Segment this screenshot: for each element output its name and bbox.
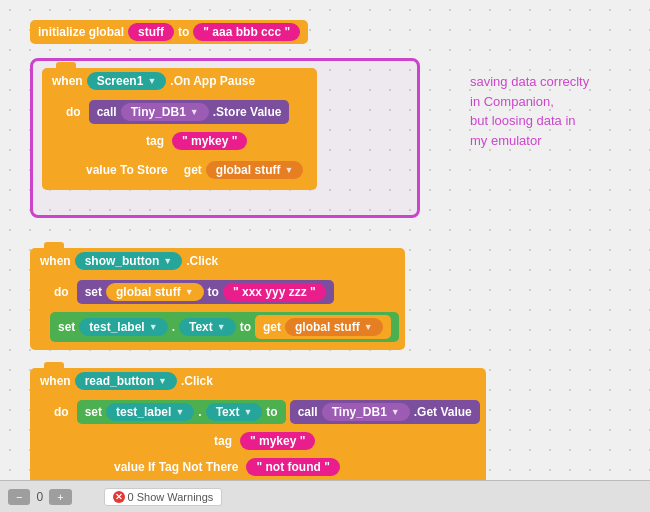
gs-arrow: ▼ xyxy=(284,165,293,175)
global-stuff-get2[interactable]: global stuff ▼ xyxy=(285,318,383,336)
db-name-block[interactable]: Tiny_DB1 ▼ xyxy=(121,103,209,121)
to-label2: to xyxy=(208,285,219,299)
set-label3: set xyxy=(85,405,102,419)
call-get-block[interactable]: call Tiny_DB1 ▼ .Get Value xyxy=(290,400,480,424)
event-label: .On App Pause xyxy=(170,74,255,88)
to-label4: to xyxy=(266,405,277,419)
initialize-label: initialize global xyxy=(38,25,124,39)
tl-arrow: ▼ xyxy=(149,322,158,332)
call-label2: call xyxy=(298,405,318,419)
do-body-read: do set test_label ▼ . Text ▼ to xyxy=(30,394,486,484)
global-stuff-val[interactable]: global stuff ▼ xyxy=(206,161,304,179)
text-val2[interactable]: Text ▼ xyxy=(206,403,263,421)
screen1-val[interactable]: Screen1 ▼ xyxy=(87,72,167,90)
zoom-level: 0 xyxy=(36,490,43,504)
value-if-label: value If Tag Not There xyxy=(110,458,242,476)
tag-label: tag xyxy=(142,132,168,150)
annotation-text: saving data correclty in Companion, but … xyxy=(470,72,630,150)
bottom-controls: − 0 + ✕ 0 Show Warnings xyxy=(0,480,650,512)
set-global-stuff-block[interactable]: set global stuff ▼ to " xxx yyy zzz " xyxy=(77,280,334,304)
tag-label2: tag xyxy=(210,432,236,450)
show-button-block-group: when show_button ▼ .Click do set global … xyxy=(30,248,405,350)
get-gs-inner[interactable]: get global stuff ▼ xyxy=(255,315,391,339)
gss-arrow: ▼ xyxy=(185,287,194,297)
error-icon: ✕ xyxy=(113,491,125,503)
zoom-in-button[interactable]: + xyxy=(49,489,71,505)
text-arrow: ▼ xyxy=(217,322,226,332)
global-stuff-set-val[interactable]: global stuff ▼ xyxy=(106,283,204,301)
show-event-label: .Click xyxy=(186,254,218,268)
when-label: when xyxy=(52,74,83,88)
method-label: .Store Value xyxy=(213,105,282,119)
show-btn-val[interactable]: show_button ▼ xyxy=(75,252,183,270)
initialize-block[interactable]: initialize global stuff to " aaa bbb ccc… xyxy=(30,20,308,44)
xyz-val[interactable]: " xxx yyy zzz " xyxy=(223,283,326,301)
set-label1: set xyxy=(85,285,102,299)
db-arrow: ▼ xyxy=(190,107,199,117)
show-warnings-button[interactable]: ✕ 0 Show Warnings xyxy=(104,488,223,506)
dropdown-arrow: ▼ xyxy=(147,76,156,86)
db-name-block2[interactable]: Tiny_DB1 ▼ xyxy=(322,403,410,421)
test-label-val[interactable]: test_label ▼ xyxy=(79,318,167,336)
when-header-show: when show_button ▼ .Click xyxy=(30,248,405,274)
do-label2: do xyxy=(50,283,73,301)
read-button-block-group: when read_button ▼ .Click do set test_la… xyxy=(30,368,486,484)
dot-label: . xyxy=(172,320,175,334)
do-label3: do xyxy=(50,403,73,421)
get-method-label: .Get Value xyxy=(414,405,472,419)
read-arrow: ▼ xyxy=(158,376,167,386)
read-btn-val[interactable]: read_button ▼ xyxy=(75,372,177,390)
call-label: call xyxy=(97,105,117,119)
when-header-read: when read_button ▼ .Click xyxy=(30,368,486,394)
show-arrow: ▼ xyxy=(163,256,172,266)
set-label2: set xyxy=(58,320,75,334)
text2-arrow: ▼ xyxy=(243,407,252,417)
text-val[interactable]: Text ▼ xyxy=(179,318,236,336)
call-store-block[interactable]: call Tiny_DB1 ▼ .Store Value xyxy=(89,100,290,124)
get-label2: get xyxy=(263,320,281,334)
screen1-block-group: when Screen1 ▼ .On App Pause do call Tin… xyxy=(42,68,317,190)
string-value-block[interactable]: " aaa bbb ccc " xyxy=(193,23,300,41)
get-label: get xyxy=(184,163,202,177)
set-test-label-block[interactable]: set test_label ▼ . Text ▼ to get globa xyxy=(50,312,399,342)
when-label2: when xyxy=(40,254,71,268)
when-header-screen1: when Screen1 ▼ .On App Pause xyxy=(42,68,317,94)
read-event-label: .Click xyxy=(181,374,213,388)
var-name-block[interactable]: stuff xyxy=(128,23,174,41)
when-label3: when xyxy=(40,374,71,388)
not-found-block[interactable]: " not found " xyxy=(246,458,339,476)
get-global-stuff-block[interactable]: get global stuff ▼ xyxy=(176,158,312,182)
tag-value-block[interactable]: " mykey " xyxy=(172,132,247,150)
to-label: to xyxy=(178,25,189,39)
tag-value-block2[interactable]: " mykey " xyxy=(240,432,315,450)
do-label: do xyxy=(62,103,85,121)
zoom-out-button[interactable]: − xyxy=(8,489,30,505)
to-label3: to xyxy=(240,320,251,334)
gs2-arrow: ▼ xyxy=(364,322,373,332)
do-body-screen1: do call Tiny_DB1 ▼ .Store Value tag " my… xyxy=(42,94,317,190)
value-label: value To Store xyxy=(82,161,172,179)
dot-label2: . xyxy=(198,405,201,419)
db2-arrow: ▼ xyxy=(391,407,400,417)
set-test-label-read[interactable]: set test_label ▼ . Text ▼ to xyxy=(77,400,286,424)
tl2-arrow: ▼ xyxy=(175,407,184,417)
test-label-val2[interactable]: test_label ▼ xyxy=(106,403,194,421)
do-body-show: do set global stuff ▼ to " xxx yyy zzz "… xyxy=(30,274,405,350)
init-block-group: initialize global stuff to " aaa bbb ccc… xyxy=(30,18,308,46)
